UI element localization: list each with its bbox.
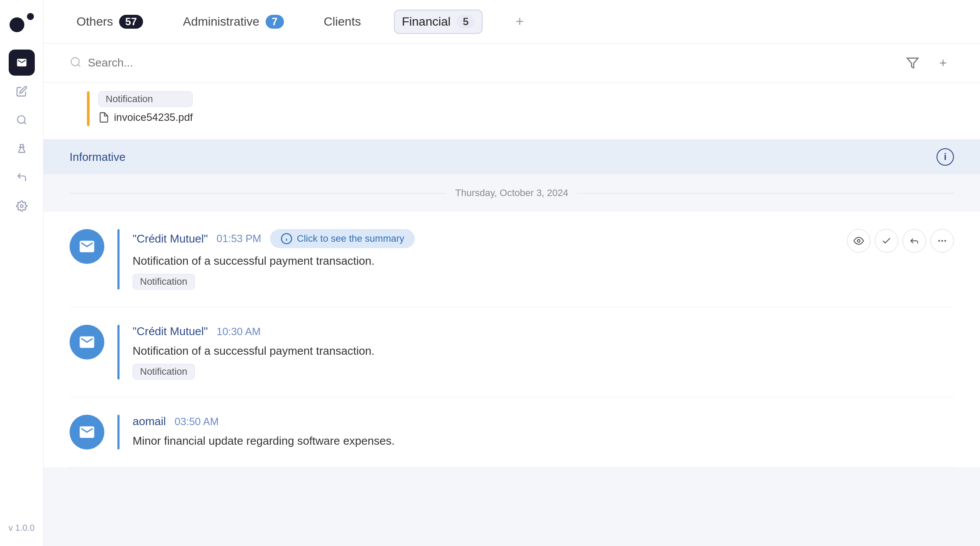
- info-icon-button[interactable]: i: [937, 148, 954, 166]
- informative-section-header: Informative i: [43, 140, 980, 174]
- message-actions-0: [847, 229, 954, 253]
- message-text-1: Notification of a successful payment tra…: [133, 344, 954, 358]
- message-item-0: "Crédit Mutuel" 01:53 PM Click to see th…: [70, 212, 954, 307]
- search-bar: +: [43, 43, 980, 83]
- eye-icon: [853, 236, 864, 246]
- svg-point-4: [71, 57, 80, 66]
- summary-button-0[interactable]: Click to see the summary: [270, 229, 415, 248]
- notification-top-content: Notification invoice54235.pdf: [98, 91, 193, 123]
- message-sender-2: aomail: [133, 415, 166, 428]
- tab-others[interactable]: Others 57: [70, 10, 150, 33]
- date-label: Thursday, October 3, 2024: [455, 187, 568, 199]
- message-header-0: "Crédit Mutuel" 01:53 PM Click to see th…: [133, 229, 954, 248]
- message-sender-1: "Crédit Mutuel": [133, 325, 208, 338]
- add-message-button[interactable]: +: [932, 52, 954, 74]
- action-reply-button[interactable]: [903, 229, 926, 253]
- search-input[interactable]: [88, 56, 893, 70]
- notification-tag-top: Notification: [98, 91, 193, 107]
- message-avatar-0: [70, 229, 104, 264]
- reply-icon: [909, 236, 920, 246]
- summary-btn-icon-0: [280, 233, 293, 245]
- sidebar-item-settings[interactable]: [9, 193, 35, 219]
- mail-avatar-icon-0: [78, 238, 96, 255]
- tab-clients-label: Clients: [324, 15, 361, 29]
- svg-line-1: [24, 122, 26, 124]
- orange-accent-bar: [87, 91, 90, 126]
- add-tab-button[interactable]: +: [509, 11, 530, 33]
- message-item-2: aomail 03:50 AM Minor financial update r…: [70, 397, 954, 467]
- informative-title: Informative: [70, 150, 126, 164]
- sidebar-item-lab[interactable]: [9, 136, 35, 162]
- content-area: Notification invoice54235.pdf Informativ…: [43, 83, 980, 546]
- message-text-0: Notification of a successful payment tra…: [133, 254, 954, 268]
- message-tag-1: Notification: [133, 364, 195, 380]
- svg-point-8: [857, 240, 860, 242]
- date-line-right: [577, 193, 954, 193]
- tab-financial[interactable]: Financial 5: [394, 10, 483, 34]
- mail-avatar-icon-2: [78, 423, 96, 441]
- mail-avatar-icon-1: [78, 333, 96, 351]
- tab-financial-badge: 5: [457, 15, 475, 29]
- tab-financial-label: Financial: [402, 15, 450, 29]
- sidebar-nav: [9, 50, 35, 519]
- message-left-bar-1: [117, 325, 120, 380]
- check-icon: [881, 236, 892, 246]
- file-attachment[interactable]: invoice54235.pdf: [98, 111, 193, 123]
- search-wrapper: [70, 56, 893, 70]
- filter-button[interactable]: [902, 52, 923, 74]
- logo-dot-big: [10, 17, 24, 32]
- message-sender-0: "Crédit Mutuel": [133, 232, 208, 246]
- app-logo: [10, 13, 34, 32]
- svg-point-9: [938, 240, 940, 242]
- app-version: v 1.0.0: [8, 523, 34, 537]
- summary-btn-label-0: Click to see the summary: [297, 233, 404, 244]
- message-body-1: "Crédit Mutuel" 10:30 AM Notification of…: [133, 325, 954, 380]
- message-time-1: 10:30 AM: [217, 326, 260, 338]
- more-icon: [937, 236, 947, 246]
- main-content: Others 57 Administrative 7 Clients Finan…: [43, 0, 980, 546]
- message-header-1: "Crédit Mutuel" 10:30 AM: [133, 325, 954, 338]
- sidebar-item-search[interactable]: [9, 107, 35, 133]
- file-icon: [98, 112, 110, 123]
- search-icon: [70, 56, 82, 70]
- tab-clients[interactable]: Clients: [317, 10, 368, 33]
- tab-administrative[interactable]: Administrative 7: [176, 10, 291, 33]
- message-left-bar-0: [117, 229, 120, 290]
- svg-point-0: [17, 116, 25, 123]
- message-tag-0: Notification: [133, 274, 195, 290]
- sidebar-item-edit[interactable]: [9, 78, 35, 104]
- tab-administrative-badge: 7: [266, 15, 284, 29]
- svg-point-10: [941, 240, 943, 242]
- sidebar-item-back[interactable]: [9, 164, 35, 190]
- svg-marker-6: [907, 58, 918, 68]
- logo-dot-small: [27, 13, 34, 20]
- sidebar: v 1.0.0: [0, 0, 43, 546]
- message-item-1: "Crédit Mutuel" 10:30 AM Notification of…: [70, 307, 954, 397]
- message-left-bar-2: [117, 415, 120, 449]
- action-check-button[interactable]: [875, 229, 898, 253]
- svg-line-5: [78, 64, 80, 67]
- message-avatar-2: [70, 415, 104, 449]
- message-header-2: aomail 03:50 AM: [133, 415, 954, 428]
- filename: invoice54235.pdf: [114, 111, 193, 123]
- tab-administrative-label: Administrative: [183, 15, 260, 29]
- message-body-2: aomail 03:50 AM Minor financial update r…: [133, 415, 954, 449]
- sidebar-item-mail[interactable]: [9, 50, 35, 76]
- tab-others-label: Others: [77, 15, 113, 29]
- action-more-button[interactable]: [930, 229, 954, 253]
- tab-others-badge: 57: [119, 15, 143, 29]
- notification-top: Notification invoice54235.pdf: [43, 83, 980, 140]
- svg-point-3: [20, 205, 23, 208]
- svg-point-11: [944, 240, 946, 242]
- message-list: "Crédit Mutuel" 01:53 PM Click to see th…: [43, 212, 980, 467]
- message-time-0: 01:53 PM: [217, 233, 261, 245]
- message-time-2: 03:50 AM: [175, 416, 219, 428]
- date-separator: Thursday, October 3, 2024: [43, 174, 980, 212]
- date-line-left: [70, 193, 447, 193]
- message-body-0: "Crédit Mutuel" 01:53 PM Click to see th…: [133, 229, 954, 290]
- message-avatar-1: [70, 325, 104, 360]
- top-nav: Others 57 Administrative 7 Clients Finan…: [43, 0, 980, 43]
- action-view-button[interactable]: [847, 229, 870, 253]
- message-text-2: Minor financial update regarding softwar…: [133, 434, 954, 448]
